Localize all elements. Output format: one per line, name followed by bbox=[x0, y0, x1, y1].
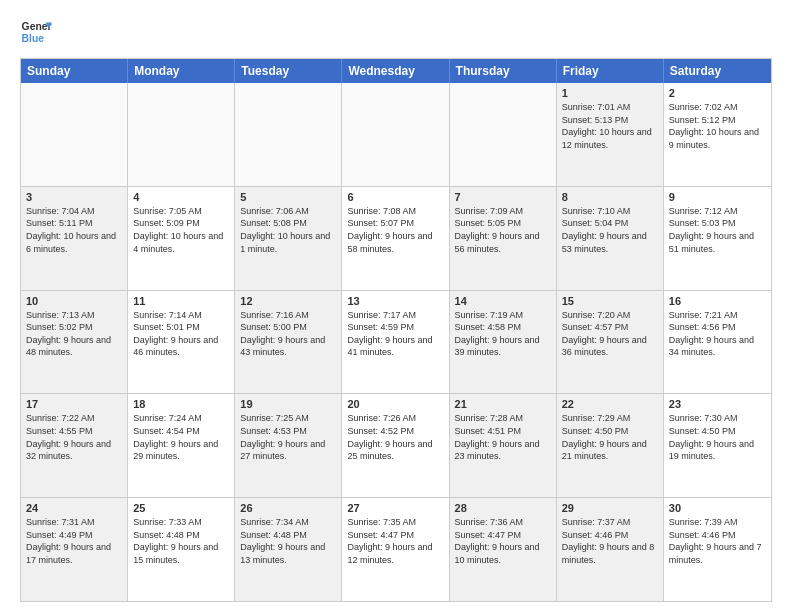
day-number: 16 bbox=[669, 295, 766, 307]
day-number: 2 bbox=[669, 87, 766, 99]
calendar-cell: 17Sunrise: 7:22 AM Sunset: 4:55 PM Dayli… bbox=[21, 394, 128, 497]
calendar-cell: 28Sunrise: 7:36 AM Sunset: 4:47 PM Dayli… bbox=[450, 498, 557, 601]
day-info: Sunrise: 7:01 AM Sunset: 5:13 PM Dayligh… bbox=[562, 101, 658, 151]
day-info: Sunrise: 7:21 AM Sunset: 4:56 PM Dayligh… bbox=[669, 309, 766, 359]
day-number: 5 bbox=[240, 191, 336, 203]
day-number: 14 bbox=[455, 295, 551, 307]
day-info: Sunrise: 7:14 AM Sunset: 5:01 PM Dayligh… bbox=[133, 309, 229, 359]
calendar-cell: 9Sunrise: 7:12 AM Sunset: 5:03 PM Daylig… bbox=[664, 187, 771, 290]
calendar-cell: 20Sunrise: 7:26 AM Sunset: 4:52 PM Dayli… bbox=[342, 394, 449, 497]
calendar-cell: 13Sunrise: 7:17 AM Sunset: 4:59 PM Dayli… bbox=[342, 291, 449, 394]
calendar-row: 1Sunrise: 7:01 AM Sunset: 5:13 PM Daylig… bbox=[21, 83, 771, 186]
calendar-cell: 22Sunrise: 7:29 AM Sunset: 4:50 PM Dayli… bbox=[557, 394, 664, 497]
day-number: 18 bbox=[133, 398, 229, 410]
day-number: 12 bbox=[240, 295, 336, 307]
day-number: 3 bbox=[26, 191, 122, 203]
weekday-header: Saturday bbox=[664, 59, 771, 83]
calendar-cell: 15Sunrise: 7:20 AM Sunset: 4:57 PM Dayli… bbox=[557, 291, 664, 394]
calendar-cell: 29Sunrise: 7:37 AM Sunset: 4:46 PM Dayli… bbox=[557, 498, 664, 601]
calendar-cell: 25Sunrise: 7:33 AM Sunset: 4:48 PM Dayli… bbox=[128, 498, 235, 601]
calendar-body: 1Sunrise: 7:01 AM Sunset: 5:13 PM Daylig… bbox=[21, 83, 771, 601]
day-info: Sunrise: 7:24 AM Sunset: 4:54 PM Dayligh… bbox=[133, 412, 229, 462]
day-number: 25 bbox=[133, 502, 229, 514]
day-info: Sunrise: 7:25 AM Sunset: 4:53 PM Dayligh… bbox=[240, 412, 336, 462]
calendar-cell: 11Sunrise: 7:14 AM Sunset: 5:01 PM Dayli… bbox=[128, 291, 235, 394]
day-number: 1 bbox=[562, 87, 658, 99]
day-number: 4 bbox=[133, 191, 229, 203]
calendar-cell: 7Sunrise: 7:09 AM Sunset: 5:05 PM Daylig… bbox=[450, 187, 557, 290]
day-info: Sunrise: 7:20 AM Sunset: 4:57 PM Dayligh… bbox=[562, 309, 658, 359]
day-info: Sunrise: 7:35 AM Sunset: 4:47 PM Dayligh… bbox=[347, 516, 443, 566]
calendar-cell: 1Sunrise: 7:01 AM Sunset: 5:13 PM Daylig… bbox=[557, 83, 664, 186]
day-info: Sunrise: 7:10 AM Sunset: 5:04 PM Dayligh… bbox=[562, 205, 658, 255]
day-number: 6 bbox=[347, 191, 443, 203]
day-info: Sunrise: 7:36 AM Sunset: 4:47 PM Dayligh… bbox=[455, 516, 551, 566]
day-number: 11 bbox=[133, 295, 229, 307]
calendar-cell: 5Sunrise: 7:06 AM Sunset: 5:08 PM Daylig… bbox=[235, 187, 342, 290]
day-number: 30 bbox=[669, 502, 766, 514]
day-number: 23 bbox=[669, 398, 766, 410]
calendar-row: 10Sunrise: 7:13 AM Sunset: 5:02 PM Dayli… bbox=[21, 290, 771, 394]
calendar-row: 3Sunrise: 7:04 AM Sunset: 5:11 PM Daylig… bbox=[21, 186, 771, 290]
weekday-header: Friday bbox=[557, 59, 664, 83]
calendar-cell bbox=[342, 83, 449, 186]
day-number: 10 bbox=[26, 295, 122, 307]
weekday-header: Wednesday bbox=[342, 59, 449, 83]
calendar: SundayMondayTuesdayWednesdayThursdayFrid… bbox=[20, 58, 772, 602]
day-info: Sunrise: 7:04 AM Sunset: 5:11 PM Dayligh… bbox=[26, 205, 122, 255]
calendar-cell: 10Sunrise: 7:13 AM Sunset: 5:02 PM Dayli… bbox=[21, 291, 128, 394]
calendar-cell bbox=[235, 83, 342, 186]
calendar-cell bbox=[450, 83, 557, 186]
calendar-cell: 3Sunrise: 7:04 AM Sunset: 5:11 PM Daylig… bbox=[21, 187, 128, 290]
calendar-header: SundayMondayTuesdayWednesdayThursdayFrid… bbox=[21, 59, 771, 83]
day-number: 9 bbox=[669, 191, 766, 203]
day-info: Sunrise: 7:09 AM Sunset: 5:05 PM Dayligh… bbox=[455, 205, 551, 255]
day-info: Sunrise: 7:05 AM Sunset: 5:09 PM Dayligh… bbox=[133, 205, 229, 255]
calendar-cell: 6Sunrise: 7:08 AM Sunset: 5:07 PM Daylig… bbox=[342, 187, 449, 290]
day-number: 20 bbox=[347, 398, 443, 410]
calendar-cell: 14Sunrise: 7:19 AM Sunset: 4:58 PM Dayli… bbox=[450, 291, 557, 394]
day-info: Sunrise: 7:39 AM Sunset: 4:46 PM Dayligh… bbox=[669, 516, 766, 566]
day-info: Sunrise: 7:16 AM Sunset: 5:00 PM Dayligh… bbox=[240, 309, 336, 359]
day-info: Sunrise: 7:19 AM Sunset: 4:58 PM Dayligh… bbox=[455, 309, 551, 359]
calendar-cell: 4Sunrise: 7:05 AM Sunset: 5:09 PM Daylig… bbox=[128, 187, 235, 290]
calendar-cell: 12Sunrise: 7:16 AM Sunset: 5:00 PM Dayli… bbox=[235, 291, 342, 394]
day-info: Sunrise: 7:33 AM Sunset: 4:48 PM Dayligh… bbox=[133, 516, 229, 566]
calendar-cell: 21Sunrise: 7:28 AM Sunset: 4:51 PM Dayli… bbox=[450, 394, 557, 497]
day-number: 7 bbox=[455, 191, 551, 203]
day-info: Sunrise: 7:08 AM Sunset: 5:07 PM Dayligh… bbox=[347, 205, 443, 255]
day-number: 22 bbox=[562, 398, 658, 410]
page: General Blue SundayMondayTuesdayWednesda… bbox=[0, 0, 792, 612]
weekday-header: Monday bbox=[128, 59, 235, 83]
day-number: 17 bbox=[26, 398, 122, 410]
calendar-cell: 26Sunrise: 7:34 AM Sunset: 4:48 PM Dayli… bbox=[235, 498, 342, 601]
day-number: 28 bbox=[455, 502, 551, 514]
day-number: 29 bbox=[562, 502, 658, 514]
calendar-row: 24Sunrise: 7:31 AM Sunset: 4:49 PM Dayli… bbox=[21, 497, 771, 601]
calendar-cell: 24Sunrise: 7:31 AM Sunset: 4:49 PM Dayli… bbox=[21, 498, 128, 601]
calendar-row: 17Sunrise: 7:22 AM Sunset: 4:55 PM Dayli… bbox=[21, 393, 771, 497]
day-info: Sunrise: 7:29 AM Sunset: 4:50 PM Dayligh… bbox=[562, 412, 658, 462]
day-info: Sunrise: 7:17 AM Sunset: 4:59 PM Dayligh… bbox=[347, 309, 443, 359]
weekday-header: Thursday bbox=[450, 59, 557, 83]
day-info: Sunrise: 7:30 AM Sunset: 4:50 PM Dayligh… bbox=[669, 412, 766, 462]
day-info: Sunrise: 7:12 AM Sunset: 5:03 PM Dayligh… bbox=[669, 205, 766, 255]
day-info: Sunrise: 7:37 AM Sunset: 4:46 PM Dayligh… bbox=[562, 516, 658, 566]
calendar-cell: 2Sunrise: 7:02 AM Sunset: 5:12 PM Daylig… bbox=[664, 83, 771, 186]
day-info: Sunrise: 7:26 AM Sunset: 4:52 PM Dayligh… bbox=[347, 412, 443, 462]
day-info: Sunrise: 7:28 AM Sunset: 4:51 PM Dayligh… bbox=[455, 412, 551, 462]
calendar-cell: 27Sunrise: 7:35 AM Sunset: 4:47 PM Dayli… bbox=[342, 498, 449, 601]
calendar-cell: 30Sunrise: 7:39 AM Sunset: 4:46 PM Dayli… bbox=[664, 498, 771, 601]
day-number: 26 bbox=[240, 502, 336, 514]
day-number: 24 bbox=[26, 502, 122, 514]
svg-text:Blue: Blue bbox=[22, 33, 45, 44]
calendar-cell: 19Sunrise: 7:25 AM Sunset: 4:53 PM Dayli… bbox=[235, 394, 342, 497]
weekday-header: Sunday bbox=[21, 59, 128, 83]
logo: General Blue bbox=[20, 16, 52, 48]
day-number: 27 bbox=[347, 502, 443, 514]
calendar-cell bbox=[128, 83, 235, 186]
day-info: Sunrise: 7:34 AM Sunset: 4:48 PM Dayligh… bbox=[240, 516, 336, 566]
calendar-cell bbox=[21, 83, 128, 186]
day-number: 13 bbox=[347, 295, 443, 307]
day-info: Sunrise: 7:13 AM Sunset: 5:02 PM Dayligh… bbox=[26, 309, 122, 359]
